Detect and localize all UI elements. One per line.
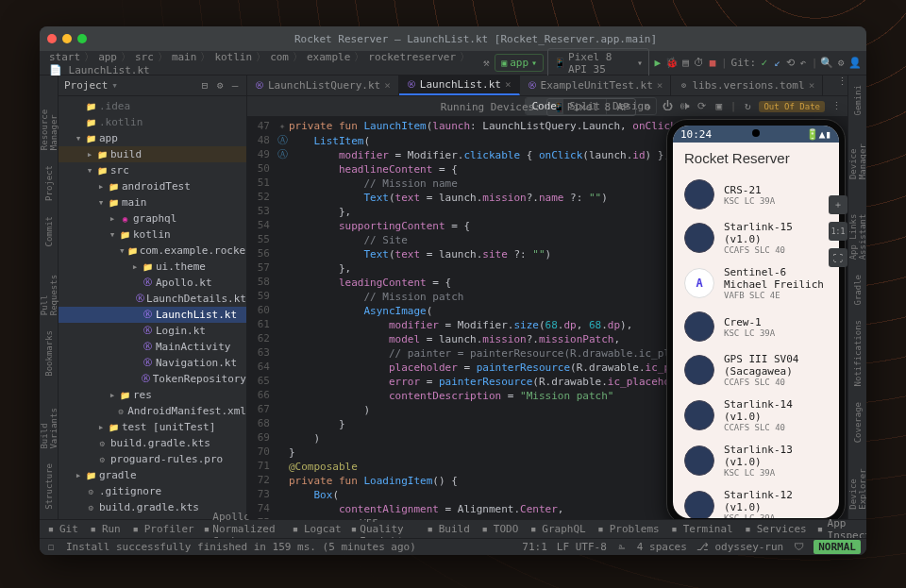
tree-twisty-icon[interactable]: ▸: [96, 421, 106, 433]
close-tab-icon[interactable]: ×: [657, 79, 663, 92]
tree-row[interactable]: Ⓚ Apollo.kt: [59, 275, 246, 291]
tree-row[interactable]: Ⓚ MainActivity: [59, 339, 246, 355]
tree-row[interactable]: ▸ 📁 androidTest: [59, 178, 246, 194]
gear-icon[interactable]: ⚙: [214, 80, 226, 92]
launch-list-item[interactable]: Starlink-14 (v1.0) CCAFS SLC 40: [673, 393, 839, 438]
tree-row[interactable]: Ⓚ LaunchDetails.kt: [59, 291, 246, 307]
project-tree[interactable]: 📁 .idea 📁 .kotlin ▾ 📁 app ▸ 📁 build ▾ 📁 …: [59, 96, 246, 519]
history-icon[interactable]: ⟲: [785, 58, 795, 69]
out-of-date-badge[interactable]: Out Of Date: [759, 101, 825, 112]
editor-tab[interactable]: Ⓚ LaunchList.kt ×: [399, 76, 520, 95]
tree-row[interactable]: ▸ 📁 gradle: [59, 467, 246, 483]
minimize-icon[interactable]: [62, 34, 72, 43]
launch-list-item[interactable]: A Sentinel-6 Michael Freilich VAFB SLC 4…: [673, 260, 839, 306]
rail-item[interactable]: Device Explorer: [848, 454, 867, 513]
tree-row[interactable]: ▸ ◉ graphql: [59, 210, 246, 227]
zoom-fit-icon[interactable]: ⛶: [829, 248, 847, 267]
tree-row[interactable]: Ⓚ Login.kt: [59, 323, 246, 339]
volume-icon[interactable]: 🕪: [680, 101, 691, 112]
stop-icon[interactable]: ■: [708, 58, 717, 69]
readonly-icon[interactable]: ⎁: [616, 542, 628, 553]
rail-item[interactable]: Gradle: [853, 271, 863, 310]
hide-icon[interactable]: —: [229, 80, 241, 92]
run-icon[interactable]: ▶: [653, 58, 663, 69]
launch-list-item[interactable]: Starlink-12 (v1.0) KSC LC 39A: [673, 483, 839, 518]
fold-gutter[interactable]: ✦ⒶⒶ: [276, 117, 289, 519]
tree-row[interactable]: ▸ 📁 build: [59, 146, 246, 162]
launch-list[interactable]: CRS-21 KSC LC 39A Starlink-15 (v1.0) CCA…: [673, 174, 839, 518]
editor-tab[interactable]: Ⓚ ExampleUnitTest.kt ×: [520, 76, 672, 95]
device-selector[interactable]: 📱 Pixel 8 API 35 ▾: [547, 48, 649, 78]
git-update-icon[interactable]: ↙: [773, 58, 782, 69]
rail-item[interactable]: Structure: [44, 460, 54, 513]
project-header[interactable]: Project ▾ ⊟ ⚙ —: [59, 76, 246, 96]
crumb[interactable]: app: [94, 50, 121, 64]
tool-window-button[interactable]: ▪Git: [45, 523, 78, 535]
running-device[interactable]: 📱 Pixel 8 AP: [546, 98, 636, 116]
close-tab-icon[interactable]: ×: [505, 78, 512, 91]
crumb[interactable]: src: [131, 50, 158, 64]
more-tabs-icon[interactable]: ⋮: [836, 76, 847, 87]
collapse-icon[interactable]: ⊟: [199, 80, 210, 92]
editor-tab[interactable]: ⚙ libs.versions.toml ×: [671, 76, 823, 95]
rail-item[interactable]: Coverage: [853, 398, 863, 446]
search-icon[interactable]: 🔍: [821, 58, 832, 69]
tree-twisty-icon[interactable]: ▸: [85, 148, 94, 160]
rail-item[interactable]: Resource Manager: [40, 81, 59, 154]
launch-list-item[interactable]: CRS-21 KSC LC 39A: [673, 174, 839, 215]
rotate-icon[interactable]: ⟳: [696, 101, 708, 112]
rail-item[interactable]: Commit: [44, 212, 54, 251]
launch-list-item[interactable]: Starlink-15 (v1.0) CCAFS SLC 40: [673, 215, 839, 260]
rail-item[interactable]: Build Variants: [40, 388, 59, 453]
tree-row[interactable]: ▾ 📁 com.example.rocketreserver: [59, 243, 246, 259]
tree-row[interactable]: ⚙ proguard-rules.pro: [59, 451, 246, 467]
hammer-icon[interactable]: ⚒: [481, 58, 491, 69]
launch-list-item[interactable]: GPS III SV04 (Sacagawea) CCAFS SLC 40: [673, 347, 839, 393]
tool-window-button[interactable]: ▪GraphQL: [528, 523, 585, 535]
device-screen[interactable]: 10:24🔋▲▮ Rocket Reserver CRS-21 KSC LC 3…: [673, 126, 839, 518]
rail-item[interactable]: Device Manager: [848, 127, 867, 183]
tree-twisty-icon[interactable]: ▸: [108, 389, 117, 401]
rail-item[interactable]: Pull Requests: [40, 259, 59, 319]
tree-twisty-icon[interactable]: ▸: [108, 212, 117, 225]
indent[interactable]: 4 spaces: [637, 541, 687, 553]
crumb[interactable]: rocketreserver: [364, 50, 460, 64]
tree-twisty-icon[interactable]: ▾: [85, 164, 94, 176]
tree-twisty-icon[interactable]: ▾: [108, 228, 117, 241]
crumb[interactable]: start: [45, 50, 84, 64]
rail-item[interactable]: Bookmarks: [44, 327, 54, 380]
tree-row[interactable]: ⚙ .gitignore: [59, 483, 246, 499]
debug-icon[interactable]: 🐞: [666, 58, 678, 69]
gear-icon[interactable]: ⚙: [642, 101, 653, 112]
device-emulator[interactable]: 10:24🔋▲▮ Rocket Reserver CRS-21 KSC LC 3…: [666, 119, 846, 519]
crumb[interactable]: example: [303, 50, 354, 64]
tree-row[interactable]: ▸ 📁 res: [59, 387, 246, 403]
tool-window-button[interactable]: ▪Profiler: [130, 523, 194, 535]
crumb[interactable]: main: [168, 50, 201, 64]
power-icon[interactable]: ⏻: [663, 101, 674, 112]
tree-row[interactable]: ▾ 📁 kotlin: [59, 227, 246, 243]
tool-window-button[interactable]: ▪Build: [425, 523, 470, 535]
rollback-icon[interactable]: ↶: [798, 58, 808, 69]
tool-window-button[interactable]: ▪Terminal: [669, 523, 733, 535]
tree-twisty-icon[interactable]: ▸: [74, 469, 83, 481]
tool-window-button[interactable]: ▪Logcat: [290, 523, 342, 535]
screenshot-icon[interactable]: ▣: [713, 101, 725, 112]
tree-twisty-icon[interactable]: ▸: [130, 260, 140, 273]
tree-row[interactable]: ⚙ AndroidManifest.xml: [59, 403, 246, 419]
breadcrumb[interactable]: start〉app〉src〉main〉kotlin〉com〉example〉ro…: [45, 50, 474, 76]
crumb[interactable]: com: [266, 50, 293, 64]
zoom-in-icon[interactable]: ＋: [829, 195, 847, 214]
profile-icon[interactable]: ⏱: [694, 58, 704, 69]
more-icon[interactable]: ⋮: [830, 101, 842, 112]
close-icon[interactable]: [47, 34, 57, 43]
git-commit-icon[interactable]: ✓: [760, 58, 769, 69]
tree-twisty-icon[interactable]: ▸: [96, 180, 106, 193]
tree-row[interactable]: Ⓚ TokenRepository: [59, 371, 246, 387]
tree-row[interactable]: ▸ 📁 test [unitTest]: [59, 419, 246, 435]
tree-twisty-icon[interactable]: ▾: [119, 244, 126, 257]
close-tab-icon[interactable]: ×: [809, 79, 815, 92]
close-tab-icon[interactable]: ×: [384, 79, 391, 92]
refresh-icon[interactable]: ↻: [742, 101, 753, 112]
tree-row[interactable]: ▸ 📁 ui.theme: [59, 259, 246, 275]
